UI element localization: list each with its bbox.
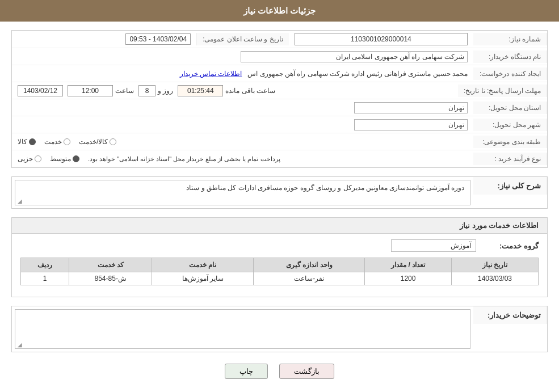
cell-vahed: نفر-ساعت bbox=[254, 272, 365, 285]
grohe-value: آموزش bbox=[391, 239, 476, 252]
tosi-value: ◢ bbox=[15, 309, 470, 349]
tabaqe-kala-khedmat: کالا/خدمت bbox=[79, 138, 116, 146]
nam-dastgah-input: شرکت سهامی راه آهن جمهوری اسلامی ایران bbox=[241, 51, 468, 62]
shahr-input: تهران bbox=[354, 119, 468, 130]
tabaqe-options: کالا/خدمت خدمت کالا bbox=[12, 136, 473, 148]
mohlat-date-val: 1403/02/12 bbox=[18, 85, 63, 96]
ijad-text: محمد حسین ماستری فراهانی رئیس اداره شرکت… bbox=[247, 70, 468, 78]
tarikh-elaan-label: تاریخ و ساعت اعلان عمومی: bbox=[196, 33, 289, 45]
mohlat-baqi-part: ساعت باقی مانده 01:25:44 bbox=[178, 85, 275, 96]
noe-motavasset: متوسط bbox=[50, 155, 79, 163]
noe-jozii: جزیی bbox=[18, 155, 41, 163]
tabaqe-kala-khedmat-label: کالا/خدمت bbox=[79, 138, 108, 146]
shmare-niyaz-label: شماره نیاز: bbox=[473, 33, 547, 45]
services-table: تاریخ نیاز تعداد / مقدار واحد اندازه گیر… bbox=[20, 258, 539, 285]
mohlat-baqi-lbl: ساعت باقی مانده bbox=[225, 87, 275, 95]
tabaqe-label: طبقه بندی موضوعی: bbox=[473, 136, 547, 148]
nam-dastgah-label: نام دستگاه خریدار: bbox=[473, 50, 547, 63]
radio-jozii-icon[interactable] bbox=[35, 155, 41, 162]
nam-dastgah-row: نام دستگاه خریدار: شرکت سهامی راه آهن جم… bbox=[12, 48, 547, 65]
grohe-row: گروه خدمت: آموزش bbox=[20, 239, 539, 252]
mohlat-saat-lbl: ساعت bbox=[115, 87, 134, 95]
table-row: 1403/03/03 1200 نفر-ساعت سایر آموزش‌ها ش… bbox=[21, 272, 539, 285]
noe-jozii-label: جزیی bbox=[18, 155, 33, 163]
mohlat-baqi-val: 01:25:44 bbox=[178, 85, 223, 96]
noe-farayand-options: پرداخت تمام یا بخشی از مبلغ خریدار محل "… bbox=[12, 153, 473, 165]
ostan-input: تهران bbox=[354, 102, 468, 113]
page-header: جزئیات اطلاعات نیاز bbox=[0, 0, 559, 22]
resize-handle-icon: ◢ bbox=[16, 198, 22, 204]
tabaqe-khedmat: خدمت bbox=[44, 138, 70, 146]
col-kod: کد خدمت bbox=[69, 258, 152, 272]
mohlat-row: مهلت ارسال پاسخ: تا تاریخ: ساعت باقی مان… bbox=[12, 82, 547, 99]
col-name: نام خدمت bbox=[152, 258, 254, 272]
khadamat-section: اطلاعات خدمات مورد نیاز گروه خدمت: آموزش… bbox=[11, 217, 548, 297]
cell-name: سایر آموزش‌ها bbox=[152, 272, 254, 285]
sharh-text: دوره آموزشی توانمندسازی معاونین مدیرکل و… bbox=[186, 184, 464, 192]
shahr-value: تهران bbox=[12, 117, 473, 133]
mohlat-label: مهلت ارسال پاسخ: تا تاریخ: bbox=[458, 85, 547, 97]
ijad-value: محمد حسین ماستری فراهانی رئیس اداره شرکت… bbox=[12, 68, 473, 80]
col-tedad: تعداد / مقدار bbox=[365, 258, 452, 272]
ostan-value: تهران bbox=[12, 100, 473, 116]
cell-tarikh: 1403/03/03 bbox=[452, 272, 539, 285]
page-title: جزئیات اطلاعات نیاز bbox=[243, 6, 316, 15]
shmare-niyaz-value: 1103001029000014 bbox=[289, 31, 473, 48]
ijad-row: ایجاد کننده درخواست: محمد حسین ماستری فر… bbox=[12, 65, 547, 82]
noe-farayand-row: نوع فرآیند خرید : پرداخت تمام یا بخشی از… bbox=[12, 150, 547, 167]
back-button[interactable]: بازگشت bbox=[279, 364, 334, 379]
tarikh-elaan-value: 1403/02/04 - 09:53 bbox=[12, 33, 196, 45]
shahr-row: شهر محل تحویل: تهران bbox=[12, 116, 547, 133]
mohlat-saat-part: ساعت 12:00 bbox=[68, 85, 134, 96]
tabaqe-row: طبقه بندی موضوعی: کالا/خدمت خدمت کالا bbox=[12, 133, 547, 150]
shmare-niyaz-row: شماره نیاز: 1103001029000014 تاریخ و ساع… bbox=[12, 31, 547, 48]
tabaqe-khedmat-label: خدمت bbox=[44, 138, 62, 146]
cell-tedad: 1200 bbox=[365, 272, 452, 285]
radio-motavasset-icon[interactable] bbox=[73, 155, 79, 162]
table-header-row: تاریخ نیاز تعداد / مقدار واحد اندازه گیر… bbox=[21, 258, 539, 272]
radio-khedmat-icon[interactable] bbox=[64, 138, 70, 145]
mohlat-date-part: 1403/02/12 bbox=[18, 85, 63, 96]
tosi-resize-handle-icon: ◢ bbox=[16, 342, 22, 347]
buttons-row: بازگشت چاپ bbox=[11, 364, 548, 379]
ostan-label: استان محل تحویل: bbox=[473, 102, 547, 114]
mohlat-rooz-part: روز و 8 bbox=[138, 85, 173, 96]
khadamat-body: گروه خدمت: آموزش تاریخ نیاز تعداد / مقدا… bbox=[12, 234, 547, 297]
ijad-link[interactable]: اطلاعات تماس خریدار bbox=[180, 70, 242, 78]
payment-note: پرداخت تمام یا بخشی از مبلغ خریدار محل "… bbox=[88, 155, 280, 163]
tabaqe-kala: کالا bbox=[18, 138, 36, 146]
tosi-section: توضیحات خریدار: ◢ bbox=[11, 306, 548, 352]
shmare-niyaz-input: 1103001029000014 bbox=[295, 33, 468, 45]
col-tarikh: تاریخ نیاز bbox=[452, 258, 539, 272]
sharh-value: دوره آموزشی توانمندسازی معاونین مدیرکل و… bbox=[15, 180, 470, 205]
grohe-label: گروه خدمت: bbox=[482, 242, 539, 250]
nam-dastgah-value: شرکت سهامی راه آهن جمهوری اسلامی ایران bbox=[12, 49, 473, 65]
tosi-row: توضیحات خریدار: ◢ bbox=[12, 306, 547, 352]
tosi-label: توضیحات خریدار: bbox=[473, 306, 547, 324]
cell-radif: 1 bbox=[21, 272, 69, 285]
col-vahed: واحد اندازه گیری bbox=[254, 258, 365, 272]
radio-kala-khedmat-icon[interactable] bbox=[110, 138, 116, 145]
main-info-section: شماره نیاز: 1103001029000014 تاریخ و ساع… bbox=[11, 30, 548, 168]
radio-kala-icon[interactable] bbox=[29, 138, 36, 145]
tarikh-elaan-input: 1403/02/04 - 09:53 bbox=[125, 33, 191, 45]
mohlat-rooz-lbl: روز و bbox=[158, 87, 173, 95]
mohlat-saat-val: 12:00 bbox=[68, 85, 113, 96]
print-button[interactable]: چاپ bbox=[225, 364, 268, 379]
noe-motavasset-label: متوسط bbox=[50, 155, 71, 163]
sharh-label: شرح کلی نیاز: bbox=[473, 177, 547, 195]
noe-farayand-label: نوع فرآیند خرید : bbox=[473, 153, 547, 165]
ijad-label: ایجاد کننده درخواست: bbox=[473, 68, 547, 80]
khadamat-heading: اطلاعات خدمات مورد نیاز bbox=[12, 218, 547, 234]
mohlat-values: ساعت باقی مانده 01:25:44 روز و 8 ساعت 12… bbox=[12, 83, 458, 99]
ostan-row: استان محل تحویل: تهران bbox=[12, 99, 547, 116]
cell-kod: ش-85-854 bbox=[69, 272, 152, 285]
shahr-label: شهر محل تحویل: bbox=[473, 119, 547, 131]
sharh-section: شرح کلی نیاز: دوره آموزشی توانمندسازی مع… bbox=[11, 176, 548, 209]
mohlat-rooz-val: 8 bbox=[138, 85, 155, 96]
tabaqe-kala-label: کالا bbox=[18, 138, 27, 146]
col-radif: ردیف bbox=[21, 258, 69, 272]
sharh-row: شرح کلی نیاز: دوره آموزشی توانمندسازی مع… bbox=[12, 177, 547, 208]
